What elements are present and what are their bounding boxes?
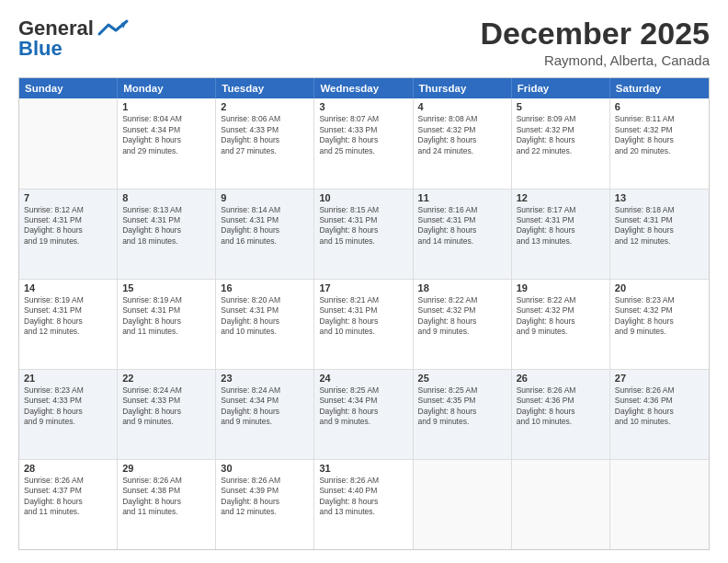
day-number: 6 [615, 101, 704, 112]
calendar-cell-3-0: 21Sunrise: 8:23 AM Sunset: 4:33 PM Dayli… [19, 370, 118, 459]
calendar-cell-3-4: 25Sunrise: 8:25 AM Sunset: 4:35 PM Dayli… [414, 370, 512, 459]
cell-info: Sunrise: 8:17 AM Sunset: 4:31 PM Dayligh… [517, 205, 605, 247]
weekday-header-tuesday: Tuesday [216, 78, 314, 98]
day-number: 23 [221, 373, 309, 384]
calendar-cell-2-2: 16Sunrise: 8:20 AM Sunset: 4:31 PM Dayli… [216, 280, 314, 369]
cell-info: Sunrise: 8:21 AM Sunset: 4:31 PM Dayligh… [319, 295, 407, 338]
day-number: 24 [319, 373, 407, 384]
month-title: December 2025 [480, 17, 710, 51]
day-number: 12 [517, 192, 605, 203]
calendar-cell-2-6: 20Sunrise: 8:23 AM Sunset: 4:32 PM Dayli… [610, 280, 709, 369]
day-number: 4 [418, 101, 506, 112]
weekday-header-saturday: Saturday [610, 78, 709, 98]
cell-info: Sunrise: 8:18 AM Sunset: 4:31 PM Dayligh… [615, 205, 704, 247]
calendar-cell-1-4: 11Sunrise: 8:16 AM Sunset: 4:31 PM Dayli… [414, 190, 512, 279]
cell-info: Sunrise: 8:26 AM Sunset: 4:37 PM Dayligh… [24, 476, 112, 518]
calendar-cell-2-4: 18Sunrise: 8:22 AM Sunset: 4:32 PM Dayli… [414, 280, 512, 369]
calendar-cell-4-5 [512, 460, 610, 549]
cell-info: Sunrise: 8:25 AM Sunset: 4:35 PM Dayligh… [418, 385, 506, 428]
day-number: 25 [418, 373, 506, 384]
calendar-row-4: 28Sunrise: 8:26 AM Sunset: 4:37 PM Dayli… [19, 459, 709, 549]
day-number: 19 [517, 282, 605, 293]
calendar-header: SundayMondayTuesdayWednesdayThursdayFrid… [19, 78, 709, 98]
day-number: 1 [122, 101, 210, 112]
day-number: 17 [319, 282, 407, 293]
cell-info: Sunrise: 8:07 AM Sunset: 4:33 PM Dayligh… [319, 114, 407, 156]
cell-info: Sunrise: 8:22 AM Sunset: 4:32 PM Dayligh… [517, 295, 605, 338]
day-number: 14 [24, 282, 112, 293]
day-number: 26 [517, 373, 605, 384]
calendar-cell-2-3: 17Sunrise: 8:21 AM Sunset: 4:31 PM Dayli… [314, 280, 413, 369]
calendar-cell-0-3: 3Sunrise: 8:07 AM Sunset: 4:33 PM Daylig… [314, 98, 413, 188]
calendar-row-2: 14Sunrise: 8:19 AM Sunset: 4:31 PM Dayli… [19, 279, 709, 369]
cell-info: Sunrise: 8:26 AM Sunset: 4:38 PM Dayligh… [122, 476, 210, 518]
svg-marker-0 [121, 21, 127, 29]
day-number: 3 [319, 101, 407, 112]
logo: General Blue [18, 17, 131, 61]
cell-info: Sunrise: 8:23 AM Sunset: 4:32 PM Dayligh… [615, 295, 704, 338]
calendar-cell-4-3: 31Sunrise: 8:26 AM Sunset: 4:40 PM Dayli… [314, 460, 413, 549]
day-number: 22 [122, 373, 210, 384]
cell-info: Sunrise: 8:09 AM Sunset: 4:32 PM Dayligh… [517, 114, 605, 156]
day-number: 21 [24, 373, 112, 384]
weekday-header-friday: Friday [512, 78, 610, 98]
calendar-row-1: 7Sunrise: 8:12 AM Sunset: 4:31 PM Daylig… [19, 189, 709, 279]
calendar-cell-1-5: 12Sunrise: 8:17 AM Sunset: 4:31 PM Dayli… [512, 190, 610, 279]
cell-info: Sunrise: 8:26 AM Sunset: 4:36 PM Dayligh… [615, 385, 704, 428]
cell-info: Sunrise: 8:24 AM Sunset: 4:34 PM Dayligh… [221, 385, 309, 428]
day-number: 10 [319, 192, 407, 203]
cell-info: Sunrise: 8:13 AM Sunset: 4:31 PM Dayligh… [122, 205, 210, 247]
day-number: 2 [221, 101, 309, 112]
cell-info: Sunrise: 8:20 AM Sunset: 4:31 PM Dayligh… [221, 295, 309, 338]
day-number: 30 [221, 463, 309, 474]
day-number: 28 [24, 463, 112, 474]
page: General Blue December 2025 Raymond, Albe… [0, 0, 728, 563]
day-number: 27 [615, 373, 704, 384]
calendar-cell-4-0: 28Sunrise: 8:26 AM Sunset: 4:37 PM Dayli… [19, 460, 118, 549]
day-number: 5 [517, 101, 605, 112]
weekday-header-monday: Monday [118, 78, 216, 98]
calendar-cell-0-0 [19, 98, 118, 188]
day-number: 11 [418, 192, 506, 203]
location: Raymond, Alberta, Canada [480, 52, 710, 68]
calendar-cell-2-5: 19Sunrise: 8:22 AM Sunset: 4:32 PM Dayli… [512, 280, 610, 369]
cell-info: Sunrise: 8:12 AM Sunset: 4:31 PM Dayligh… [24, 205, 112, 247]
cell-info: Sunrise: 8:04 AM Sunset: 4:34 PM Dayligh… [122, 114, 210, 156]
title-block: December 2025 Raymond, Alberta, Canada [480, 17, 710, 68]
calendar-cell-0-2: 2Sunrise: 8:06 AM Sunset: 4:33 PM Daylig… [216, 98, 314, 188]
calendar: SundayMondayTuesdayWednesdayThursdayFrid… [18, 77, 710, 550]
weekday-header-sunday: Sunday [19, 78, 118, 98]
cell-info: Sunrise: 8:19 AM Sunset: 4:31 PM Dayligh… [24, 295, 112, 338]
day-number: 9 [221, 192, 309, 203]
calendar-cell-3-6: 27Sunrise: 8:26 AM Sunset: 4:36 PM Dayli… [610, 370, 709, 459]
cell-info: Sunrise: 8:26 AM Sunset: 4:39 PM Dayligh… [221, 476, 309, 518]
cell-info: Sunrise: 8:15 AM Sunset: 4:31 PM Dayligh… [319, 205, 407, 247]
calendar-cell-0-5: 5Sunrise: 8:09 AM Sunset: 4:32 PM Daylig… [512, 98, 610, 188]
logo-bird-icon [96, 17, 131, 38]
cell-info: Sunrise: 8:23 AM Sunset: 4:33 PM Dayligh… [24, 385, 112, 428]
cell-info: Sunrise: 8:26 AM Sunset: 4:40 PM Dayligh… [319, 476, 407, 518]
calendar-cell-1-3: 10Sunrise: 8:15 AM Sunset: 4:31 PM Dayli… [314, 190, 413, 279]
cell-info: Sunrise: 8:22 AM Sunset: 4:32 PM Dayligh… [418, 295, 506, 338]
day-number: 20 [615, 282, 704, 293]
cell-info: Sunrise: 8:06 AM Sunset: 4:33 PM Dayligh… [221, 114, 309, 156]
calendar-row-0: 1Sunrise: 8:04 AM Sunset: 4:34 PM Daylig… [19, 98, 709, 188]
calendar-cell-1-6: 13Sunrise: 8:18 AM Sunset: 4:31 PM Dayli… [610, 190, 709, 279]
cell-info: Sunrise: 8:24 AM Sunset: 4:33 PM Dayligh… [122, 385, 210, 428]
calendar-body: 1Sunrise: 8:04 AM Sunset: 4:34 PM Daylig… [19, 98, 709, 549]
day-number: 31 [319, 463, 407, 474]
calendar-cell-4-6 [610, 460, 709, 549]
calendar-cell-4-2: 30Sunrise: 8:26 AM Sunset: 4:39 PM Dayli… [216, 460, 314, 549]
calendar-cell-1-0: 7Sunrise: 8:12 AM Sunset: 4:31 PM Daylig… [19, 190, 118, 279]
cell-info: Sunrise: 8:25 AM Sunset: 4:34 PM Dayligh… [319, 385, 407, 428]
day-number: 13 [615, 192, 704, 203]
calendar-cell-0-1: 1Sunrise: 8:04 AM Sunset: 4:34 PM Daylig… [118, 98, 216, 188]
calendar-cell-3-5: 26Sunrise: 8:26 AM Sunset: 4:36 PM Dayli… [512, 370, 610, 459]
weekday-header-wednesday: Wednesday [314, 78, 413, 98]
logo-blue: Blue [18, 37, 63, 61]
day-number: 29 [122, 463, 210, 474]
day-number: 8 [122, 192, 210, 203]
day-number: 7 [24, 192, 112, 203]
calendar-cell-0-6: 6Sunrise: 8:11 AM Sunset: 4:32 PM Daylig… [610, 98, 709, 188]
header: General Blue December 2025 Raymond, Albe… [18, 17, 710, 68]
